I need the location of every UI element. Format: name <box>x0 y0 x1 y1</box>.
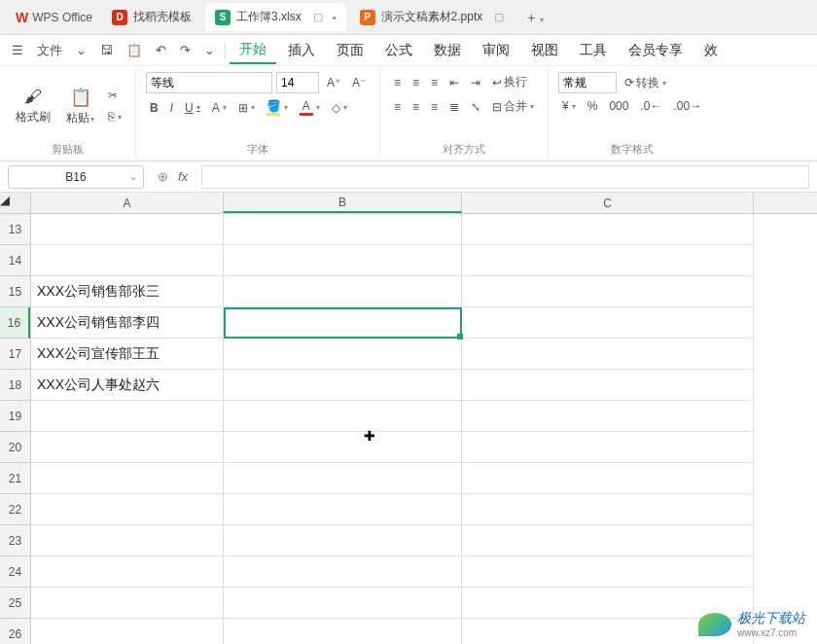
cell[interactable] <box>224 370 462 401</box>
tab-templates[interactable]: D 找稻壳模板 <box>102 3 201 31</box>
cell[interactable] <box>462 370 754 401</box>
menu-member[interactable]: 会员专享 <box>619 38 693 63</box>
row-header[interactable]: 18 <box>0 370 30 401</box>
row-header[interactable]: 17 <box>0 339 30 370</box>
cell[interactable] <box>224 619 462 644</box>
cells-area[interactable]: XXX公司销售部张三XXX公司销售部李四XXX公司宣传部王五XXX公司人事处赵六 <box>31 214 754 644</box>
cell[interactable] <box>462 276 754 307</box>
cell[interactable] <box>224 245 462 276</box>
row-header[interactable]: 20 <box>0 432 30 463</box>
row-header[interactable]: 19 <box>0 401 30 432</box>
cell[interactable] <box>224 339 462 370</box>
cell[interactable] <box>224 432 462 463</box>
column-header-C[interactable]: C <box>462 193 754 213</box>
menu-insert[interactable]: 插入 <box>278 38 325 63</box>
save-icon[interactable]: 🖫 <box>94 39 119 61</box>
convert-button[interactable]: ⟳ 转换▾ <box>621 73 670 93</box>
cell[interactable] <box>31 245 224 276</box>
cell[interactable] <box>31 401 224 432</box>
menu-view[interactable]: 视图 <box>521 38 568 63</box>
format-painter-button[interactable]: 🖌 格式刷 <box>10 83 56 129</box>
formula-input[interactable] <box>201 165 809 189</box>
fill-color-button[interactable]: 🪣▾ <box>263 97 292 118</box>
name-box[interactable]: B16 ⌄ <box>8 165 144 189</box>
align-bottom-button[interactable]: ≡ <box>427 74 442 91</box>
cell[interactable] <box>31 463 224 494</box>
align-middle-button[interactable]: ≡ <box>408 74 423 91</box>
tab-presentation[interactable]: P 演示文稿素材2.pptx ▢ <box>350 3 515 31</box>
cell[interactable]: XXX公司宣传部王五 <box>31 339 224 370</box>
cell[interactable] <box>224 307 462 339</box>
row-header[interactable]: 21 <box>0 463 30 494</box>
fx-label[interactable]: fx <box>178 169 188 184</box>
align-center-button[interactable]: ≡ <box>408 98 423 116</box>
chevron-down-icon[interactable]: ⌄ <box>129 171 137 182</box>
indent-right-button[interactable]: ⇥ <box>467 74 484 91</box>
row-header[interactable]: 22 <box>0 494 30 525</box>
cell[interactable] <box>462 214 754 245</box>
row-header[interactable]: 13 <box>0 214 30 245</box>
clear-format-button[interactable]: ◇▾ <box>328 99 351 117</box>
cell[interactable] <box>224 494 462 525</box>
menu-page[interactable]: 页面 <box>327 38 373 63</box>
clipboard-icon[interactable]: 📋 <box>121 39 148 61</box>
orientation-button[interactable]: ⤡ <box>467 98 484 116</box>
undo-icon[interactable]: ↶ <box>150 39 172 61</box>
merge-button[interactable]: ⊟ 合并▾ <box>488 96 538 117</box>
column-header-B[interactable]: B <box>224 193 462 213</box>
tab-workbook[interactable]: S 工作簿3.xlsx ▢ • <box>205 3 346 31</box>
decrease-decimal-button[interactable]: .0← <box>636 97 665 115</box>
cell[interactable] <box>224 588 462 619</box>
menu-formula[interactable]: 公式 <box>375 38 422 63</box>
add-tab-button[interactable]: + ▾ <box>515 10 555 25</box>
cell[interactable] <box>224 556 462 588</box>
cell[interactable] <box>224 463 462 494</box>
copy-button[interactable]: ⎘▾ <box>104 108 125 125</box>
cell[interactable] <box>224 525 462 556</box>
cell[interactable]: XXX公司销售部张三 <box>31 276 224 307</box>
percent-button[interactable]: % <box>584 97 602 115</box>
menu-data[interactable]: 数据 <box>424 38 471 63</box>
cell[interactable] <box>462 556 754 588</box>
font-name-select[interactable] <box>146 72 272 93</box>
cell[interactable] <box>31 432 224 463</box>
increase-font-button[interactable]: A⁺ <box>323 74 344 91</box>
decrease-font-button[interactable]: A⁻ <box>348 74 370 91</box>
expand-icon[interactable]: ⊕ <box>158 169 168 184</box>
align-left-button[interactable]: ≡ <box>390 98 405 116</box>
cell[interactable]: XXX公司销售部李四 <box>31 307 224 339</box>
cell[interactable] <box>31 214 224 245</box>
cell[interactable] <box>31 556 224 588</box>
window-icon[interactable]: ▢ <box>494 11 504 23</box>
column-header-A[interactable]: A <box>31 193 224 213</box>
cell[interactable] <box>462 307 754 339</box>
row-header[interactable]: 25 <box>0 588 30 619</box>
cell[interactable] <box>31 588 224 619</box>
underline-button[interactable]: U▾ <box>181 99 204 117</box>
row-header[interactable]: 26 <box>0 619 30 644</box>
cell[interactable]: XXX公司人事处赵六 <box>31 370 224 401</box>
paste-button[interactable]: 📋 粘贴▾ <box>60 83 100 130</box>
cell[interactable] <box>224 276 462 307</box>
row-header[interactable]: 14 <box>0 245 30 276</box>
cell[interactable] <box>462 245 754 276</box>
font-size-select[interactable] <box>276 72 319 93</box>
row-header[interactable]: 16 <box>0 307 30 339</box>
cut-button[interactable]: ✂ <box>104 87 125 104</box>
cell[interactable] <box>224 401 462 432</box>
cell[interactable] <box>462 401 754 432</box>
row-header[interactable]: 15 <box>0 276 30 307</box>
select-all-corner[interactable]: ◢ <box>0 193 31 213</box>
border-button[interactable]: ⊞▾ <box>234 99 259 117</box>
distribute-button[interactable]: ≣ <box>445 98 463 116</box>
cell[interactable] <box>462 339 754 370</box>
indent-left-button[interactable]: ⇤ <box>445 74 463 91</box>
chevron-down-icon[interactable]: ⌄ <box>70 39 92 61</box>
menu-review[interactable]: 审阅 <box>473 38 519 63</box>
hamburger-icon[interactable]: ☰ <box>6 39 29 61</box>
align-right-button[interactable]: ≡ <box>427 98 442 116</box>
cell[interactable] <box>462 432 754 463</box>
cell[interactable] <box>462 463 754 494</box>
increase-decimal-button[interactable]: .00→ <box>669 97 705 115</box>
cell[interactable] <box>31 619 224 644</box>
